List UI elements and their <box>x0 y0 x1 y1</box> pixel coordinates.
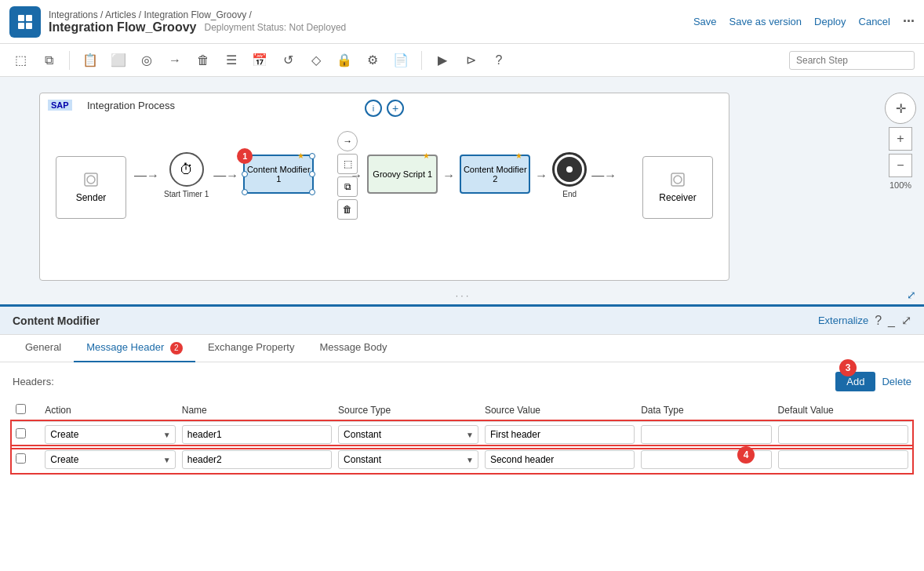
trace-icon[interactable]: ⊳ <box>460 49 482 71</box>
info-circle-icon[interactable]: i <box>365 100 382 117</box>
panel-maximize-icon[interactable]: ⤢ <box>901 313 911 328</box>
calendar-icon[interactable]: 📅 <box>249 49 271 71</box>
row2-action-cell: Create ▼ <box>42 447 178 472</box>
search-input[interactable] <box>789 51 915 70</box>
col-header-source-type: Source Type <box>335 399 482 422</box>
row1-checkbox[interactable] <box>16 428 26 438</box>
receiver-icon <box>670 172 686 187</box>
star-icon: ★ <box>297 151 304 160</box>
end-node-wrapper[interactable]: End <box>552 152 587 198</box>
menu-icon[interactable]: ☰ <box>220 49 242 71</box>
play-icon[interactable]: ▶ <box>431 49 453 71</box>
row1-source-value-cell <box>482 422 638 448</box>
row1-default-value-cell <box>775 422 911 448</box>
svg-rect-3 <box>26 23 32 29</box>
row2-action-select[interactable]: Create <box>45 450 175 469</box>
badge-3: 3 <box>839 359 857 376</box>
row2-source-type-wrapper: Constant ▼ <box>338 450 478 469</box>
action-copy-icon[interactable]: ⬚ <box>337 154 358 174</box>
receiver-label: Receiver <box>659 192 696 203</box>
sender-icon <box>83 172 99 187</box>
more-button[interactable]: ··· <box>903 13 915 30</box>
action-delete-icon[interactable]: 🗑 <box>337 199 358 220</box>
deploy-button[interactable]: Deploy <box>814 16 846 27</box>
tab-badge: 2 <box>170 342 183 355</box>
badge-4: 4 <box>737 446 755 464</box>
clipboard2-icon[interactable]: 📄 <box>390 49 412 71</box>
svg-point-5 <box>87 176 95 184</box>
zoom-in-button[interactable]: + <box>889 127 912 151</box>
row1-name-cell <box>179 422 335 448</box>
cancel-button[interactable]: Cancel <box>859 16 890 27</box>
lock-icon[interactable]: 🔒 <box>333 49 355 71</box>
breadcrumb-integrations[interactable]: Integrations <box>49 9 98 20</box>
diagram-top-controls: i + <box>365 100 404 117</box>
row1-default-value-input[interactable] <box>778 425 908 444</box>
app-icon <box>9 6 41 38</box>
delete-button[interactable]: Delete <box>882 376 911 387</box>
panel-minimize-icon[interactable]: _ <box>888 314 895 328</box>
row1-source-value-input[interactable] <box>485 425 635 444</box>
row1-checkbox-cell <box>13 422 42 448</box>
row1-data-type-input[interactable] <box>641 425 771 444</box>
row1-source-type-wrapper: Constant ▼ <box>338 425 478 444</box>
row2-source-value-input[interactable] <box>485 450 635 469</box>
headers-label: Headers: <box>13 376 54 387</box>
panel-help-icon[interactable]: ? <box>875 314 882 328</box>
tab-message-body[interactable]: Message Body <box>307 335 399 362</box>
row2-default-value-input[interactable] <box>778 450 908 469</box>
externalize-button[interactable]: Externalize <box>818 315 868 326</box>
add-button[interactable]: Add <box>835 372 875 391</box>
groovy-node-wrapper[interactable]: Groovy Script 1 ★ <box>367 155 438 197</box>
zoom-out-button[interactable]: − <box>889 154 912 177</box>
row1-action-select[interactable]: Create <box>45 425 175 444</box>
row2-source-type-cell: Constant ▼ <box>335 447 482 472</box>
delete-icon[interactable]: 🗑 <box>192 49 214 71</box>
row2-checkbox[interactable] <box>16 453 26 464</box>
settings-icon[interactable]: ⚙ <box>362 49 384 71</box>
save-button[interactable]: Save <box>693 16 717 27</box>
arrow-icon[interactable]: → <box>164 49 186 71</box>
paste-icon[interactable]: 📋 <box>79 49 101 71</box>
tab-exchange-property[interactable]: Exchange Property <box>195 335 307 362</box>
row2-source-type-select[interactable]: Constant <box>338 450 478 469</box>
breadcrumb-articles[interactable]: Articles <box>105 9 136 20</box>
data-table: Action Name Source Type Source Value Dat… <box>13 399 911 472</box>
target-icon[interactable]: ◎ <box>136 49 158 71</box>
compass-icon[interactable]: ✛ <box>885 93 916 124</box>
content-modifier-1-node[interactable]: Content Modifier1 ★ 1 → ⬚ ⧉ 🗑 <box>243 155 314 194</box>
help-icon[interactable]: ? <box>488 49 510 71</box>
refresh-icon[interactable]: ↺ <box>277 49 299 71</box>
diagram-container: SAP Integration Process i + Sender —→ ⏱ … <box>39 93 729 281</box>
cm2-star-icon: ★ <box>515 151 522 160</box>
groovy-star-icon: ★ <box>423 151 430 160</box>
row1-source-type-select[interactable]: Constant <box>338 425 478 444</box>
add-step-icon[interactable]: + <box>387 100 404 117</box>
col-header-action: Action <box>42 399 178 422</box>
window-icon[interactable]: ⬜ <box>107 49 129 71</box>
copy-icon[interactable]: ⬚ <box>9 49 31 71</box>
zoom-controls: ✛ + − 100% <box>885 93 916 190</box>
header-left: Integrations / Articles / Integration Fl… <box>9 6 346 38</box>
select-all-checkbox[interactable] <box>16 404 26 414</box>
start-timer-node[interactable]: ⏱ Start Timer 1 <box>164 152 209 198</box>
tab-general[interactable]: General <box>13 335 74 362</box>
collapse-handle[interactable]: · · · <box>456 290 469 301</box>
content-modifier-2-wrapper[interactable]: Content Modifier2 ★ <box>460 155 530 197</box>
action-paste-icon[interactable]: ⧉ <box>337 176 358 197</box>
row1-name-input[interactable] <box>182 425 332 444</box>
row2-name-cell <box>179 447 335 472</box>
header-right: Save Save as version Deploy Cancel ··· <box>693 13 915 30</box>
expand-icon[interactable]: ⤢ <box>907 289 916 301</box>
tab-message-header[interactable]: Message Header 2 <box>74 335 195 362</box>
clipboard-icon[interactable]: ⧉ <box>38 49 60 71</box>
breadcrumb-flow[interactable]: Integration Flow_Groovy <box>144 9 246 20</box>
action-arrow-icon[interactable]: → <box>337 131 358 151</box>
table-actions: 3 Add Delete <box>835 372 911 391</box>
row2-name-input[interactable] <box>182 450 332 469</box>
save-as-version-button[interactable]: Save as version <box>729 16 802 27</box>
arrow-receiver: —→ <box>591 169 617 183</box>
diamond-icon[interactable]: ◇ <box>305 49 327 71</box>
zoom-level: 100% <box>889 180 911 190</box>
bottom-panel: Content Modifier Externalize ? _ ⤢ Gener… <box>0 304 924 571</box>
